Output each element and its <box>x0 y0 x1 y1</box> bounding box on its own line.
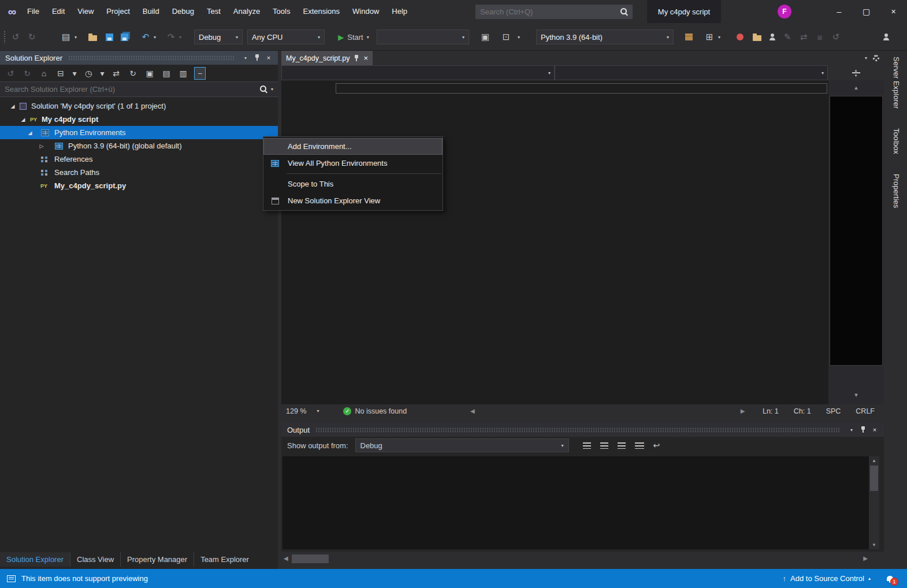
close-icon[interactable]: × <box>869 424 880 436</box>
redo-dropdown-icon[interactable]: ▾ <box>177 30 183 44</box>
solution-explorer-search[interactable]: ▾ <box>0 82 278 97</box>
scroll-left-icon[interactable]: ◀ <box>284 555 288 561</box>
attach-to-process-icon[interactable]: ▣ <box>479 30 491 44</box>
tab-solution-explorer[interactable]: Solution Explorer <box>0 552 70 567</box>
open-folder-icon[interactable] <box>87 30 98 44</box>
scroll-down-icon[interactable]: ▼ <box>828 392 884 398</box>
close-icon[interactable]: × <box>263 52 274 64</box>
history-icon[interactable]: ↺ <box>831 30 841 44</box>
new-project-dropdown-icon[interactable]: ▾ <box>73 30 79 44</box>
start-debug-button[interactable]: ▶ Start ▾ <box>330 30 377 44</box>
window-layout-dropdown-icon[interactable]: ▾ <box>716 30 722 44</box>
scroll-right-icon[interactable]: ▶ <box>863 555 868 561</box>
minimize-button[interactable]: – <box>826 0 853 23</box>
compare-icon[interactable]: ⇄ <box>798 30 809 44</box>
menu-item-view-all-python-environments[interactable]: View All Python Environments <box>263 155 443 172</box>
account-avatar[interactable]: F <box>778 5 791 18</box>
open-containing-folder-icon[interactable] <box>751 30 763 44</box>
tab-property-manager[interactable]: Property Manager <box>121 552 194 567</box>
navigate-back-icon[interactable]: ↺ <box>9 30 22 44</box>
screenshot-dropdown-icon[interactable]: ▾ <box>515 30 522 44</box>
toolbar-grip[interactable] <box>3 31 6 43</box>
quick-launch-search-input[interactable] <box>480 8 620 16</box>
menu-tools[interactable]: Tools <box>266 0 296 23</box>
solution-configurations-combo[interactable]: Debug▾ <box>194 29 243 44</box>
close-button[interactable]: × <box>880 0 907 23</box>
hscroll-right-icon[interactable]: ▶ <box>741 408 745 414</box>
scrollbar-thumb[interactable] <box>870 466 878 491</box>
toolbar-empty-combo[interactable]: ▾ <box>377 29 469 44</box>
column-indicator[interactable]: Ch: 1 <box>794 407 811 415</box>
clear-all-icon[interactable] <box>635 442 644 449</box>
output-titlebar[interactable]: Output ▾ × <box>281 423 884 437</box>
notifications-button[interactable]: 1 <box>887 576 893 581</box>
show-all-files-icon[interactable]: ▥ <box>177 67 189 80</box>
python-environment-combo[interactable]: Python 3.9 (64-bit)▾ <box>536 29 674 44</box>
quick-launch-search[interactable] <box>475 5 633 19</box>
split-window-handle-icon[interactable]: ▴▾ <box>852 69 860 77</box>
refresh-icon[interactable]: ↻ <box>127 67 139 80</box>
menu-item-add-environment[interactable]: Add Environment... <box>263 138 443 155</box>
tree-row-python-interpreter[interactable]: ▷ Python 3.9 (64-bit) (global default) <box>0 139 278 152</box>
expanded-arrow-icon[interactable]: ◢ <box>9 103 16 109</box>
menu-extensions[interactable]: Extensions <box>296 0 346 23</box>
python-interactive-icon[interactable] <box>735 30 745 44</box>
gear-icon[interactable] <box>873 55 879 61</box>
menu-build[interactable]: Build <box>136 0 166 23</box>
sidetab-toolbox[interactable]: Toolbox <box>892 126 901 157</box>
editor-tab[interactable]: My_c4pdy_script.py × <box>281 51 373 65</box>
solution-explorer-search-input[interactable] <box>5 85 260 94</box>
expanded-arrow-icon[interactable]: ◢ <box>20 117 27 122</box>
list-icon[interactable]: ≡ <box>815 30 825 44</box>
preview-selected-items-toggle[interactable]: − <box>194 67 206 80</box>
window-layout-icon[interactable]: ⊞ <box>704 30 715 44</box>
switch-views-icon[interactable]: ⊟ <box>55 67 66 80</box>
hscroll-left-icon[interactable]: ◀ <box>470 408 475 414</box>
pin-icon[interactable] <box>354 55 359 62</box>
navigate-forward-icon[interactable]: ↻ <box>25 30 38 44</box>
live-share-icon[interactable] <box>767 30 778 44</box>
tree-row-project[interactable]: ◢ PY My c4pdy script <box>0 113 278 126</box>
project-navigation-combo[interactable]: ▾ <box>281 65 555 80</box>
health-check-icon[interactable]: ✓ <box>343 407 351 415</box>
editor-scrollbar-map[interactable]: ▲ ▼ <box>828 80 884 404</box>
back-icon[interactable]: ↺ <box>5 67 16 80</box>
line-ending-indicator[interactable]: CRLF <box>856 407 875 415</box>
scroll-down-icon[interactable]: ▼ <box>869 542 879 548</box>
toggle-word-wrap-icon[interactable]: ↩ <box>653 441 660 450</box>
expanded-arrow-icon[interactable]: ◢ <box>27 130 34 136</box>
tree-row-python-environments[interactable]: ◢ Python Environments <box>0 126 278 139</box>
scroll-up-icon[interactable]: ▲ <box>869 458 879 463</box>
save-all-icon[interactable] <box>118 30 130 44</box>
zoom-control[interactable]: 129 % ▾ <box>281 404 324 418</box>
menu-file[interactable]: File <box>21 0 46 23</box>
tab-class-view[interactable]: Class View <box>70 552 121 567</box>
undo-icon[interactable]: ↶ <box>140 30 151 44</box>
solution-platforms-combo[interactable]: Any CPU▾ <box>247 29 325 44</box>
menu-window[interactable]: Window <box>346 0 385 23</box>
output-vertical-scrollbar[interactable]: ▲ ▼ <box>869 456 879 549</box>
code-editor-surface[interactable] <box>281 80 828 404</box>
member-navigation-combo[interactable]: ▾ <box>555 65 828 80</box>
pin-icon[interactable] <box>251 52 263 64</box>
menu-item-scope-to-this[interactable]: Scope to This <box>263 176 443 192</box>
pencil-icon[interactable]: ✎ <box>782 30 793 44</box>
search-dropdown-icon[interactable]: ▾ <box>271 87 273 92</box>
switch-views-dropdown-icon[interactable]: ▾ <box>72 67 77 80</box>
menu-analyze[interactable]: Analyze <box>227 0 266 23</box>
bottom-horizontal-scrollbar[interactable]: ◀ ▶ <box>281 553 870 565</box>
menu-item-new-solution-explorer-view[interactable]: New Solution Explorer View <box>263 192 443 209</box>
menu-project[interactable]: Project <box>100 0 136 23</box>
sidetab-properties[interactable]: Properties <box>892 172 901 210</box>
menu-view[interactable]: View <box>71 0 100 23</box>
scroll-up-icon[interactable]: ▲ <box>828 85 884 91</box>
new-project-icon[interactable]: ▤ <box>60 30 72 44</box>
output-source-combo[interactable]: Debug ▾ <box>355 438 569 452</box>
tree-row-search-paths[interactable]: Search Paths <box>0 166 278 179</box>
feedback-icon[interactable] <box>880 30 892 44</box>
collapsed-arrow-icon[interactable]: ▷ <box>38 143 45 149</box>
find-message-icon[interactable] <box>583 442 591 449</box>
goto-next-message-icon[interactable] <box>618 442 626 449</box>
output-content[interactable] <box>282 456 869 549</box>
filter-dropdown-icon[interactable]: ▾ <box>99 67 105 80</box>
